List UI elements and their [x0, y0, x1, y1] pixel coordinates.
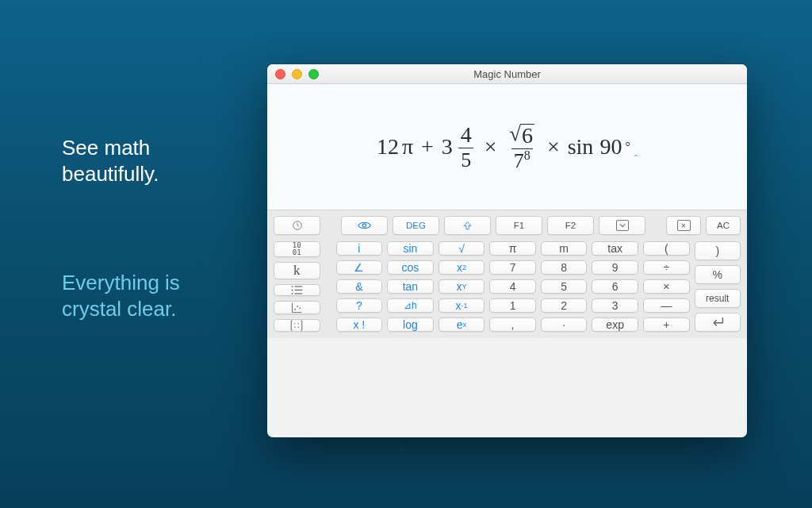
sin-button[interactable]: sin — [387, 241, 434, 256]
power-button[interactable]: xY — [439, 279, 485, 294]
f2-label: F2 — [565, 221, 576, 230]
help-button[interactable]: ? — [336, 298, 383, 313]
m-label: m — [559, 242, 569, 255]
multiply-button[interactable]: × — [643, 279, 690, 294]
app-background: See math beautifully. Everything is crys… — [0, 0, 812, 508]
graph-button[interactable] — [274, 301, 320, 314]
cos-button[interactable]: cos — [387, 260, 434, 275]
svg-point-2 — [291, 286, 293, 287]
tagline-2: Everything is crystal clear. — [62, 270, 180, 321]
decimal-button[interactable]: · — [541, 318, 588, 332]
tagline-1-line-2: beautifully. — [62, 162, 159, 186]
expr-pi: π — [402, 134, 413, 160]
digit-5-button[interactable]: 5 — [541, 279, 588, 294]
digit-2-button[interactable]: 2 — [541, 298, 588, 313]
digit-3-button[interactable]: 3 — [592, 298, 638, 313]
digit-1-button[interactable]: 1 — [489, 298, 536, 313]
expr-times-1: × — [485, 134, 497, 160]
ac-label: AC — [717, 221, 730, 230]
imaginary-button[interactable]: i — [336, 241, 383, 256]
binary-icon: 10 01 — [293, 242, 301, 256]
digit-8-button[interactable]: 8 — [541, 260, 588, 275]
dropdown-button[interactable] — [599, 216, 645, 235]
amp-label: & — [355, 280, 362, 293]
list-button[interactable] — [274, 284, 320, 296]
expr-plus: + — [421, 134, 434, 160]
pi-label: π — [509, 242, 517, 255]
all-clear-button[interactable]: AC — [706, 216, 741, 235]
cursor-caret-icon: ˆ — [634, 152, 638, 165]
expr-angle: 90 — [599, 134, 622, 160]
enter-button[interactable] — [695, 313, 741, 332]
f1-button[interactable]: F1 — [496, 216, 542, 235]
f2-button[interactable]: F2 — [547, 216, 594, 235]
result-button[interactable]: result — [695, 289, 741, 308]
shift-up-icon — [462, 221, 473, 231]
expr-frac-den: 78 — [511, 148, 533, 171]
exp-e-button[interactable]: ex — [439, 318, 485, 332]
q-label: ? — [356, 299, 362, 312]
digit-4-button[interactable]: 4 — [489, 279, 536, 294]
exp-button[interactable]: exp — [592, 318, 638, 332]
triangle-height-button[interactable]: ⊿h — [387, 298, 434, 313]
reciprocal-button[interactable]: x-1 — [439, 298, 485, 313]
sqrt-icon: √ 6 — [510, 124, 534, 147]
pi-button[interactable]: π — [489, 241, 536, 256]
matrix-button[interactable] — [274, 319, 320, 332]
plus-button[interactable]: + — [643, 318, 690, 332]
svg-rect-5 — [294, 290, 302, 291]
sqrt-label: √ — [458, 242, 465, 255]
factorial-button[interactable]: x ! — [336, 318, 383, 332]
list-icon — [291, 285, 303, 295]
window-titlebar[interactable]: Magic Number — [267, 64, 747, 84]
shift-button[interactable] — [444, 216, 491, 235]
svg-point-12 — [298, 323, 300, 325]
expr-frac-num: √ 6 — [508, 122, 537, 148]
square-button[interactable]: x2 — [439, 260, 485, 275]
expression-display[interactable]: 12 π + 3 4 5 × √ 6 78 — [267, 84, 747, 210]
sin-label: sin — [403, 242, 417, 255]
tagline-1: See math beautifully. — [62, 135, 159, 187]
left-paren-button[interactable]: ( — [643, 241, 690, 256]
tagline-2-line-2: crystal clear. — [62, 297, 177, 321]
expr-sqrt-arg: 6 — [520, 124, 534, 147]
digit-9-button[interactable]: 9 — [592, 260, 638, 275]
history-button[interactable] — [274, 216, 320, 235]
right-paren-button[interactable]: ) — [695, 241, 741, 260]
divide-button[interactable]: ÷ — [643, 260, 690, 275]
delete-button[interactable]: × — [666, 216, 701, 235]
expr-den-exp: 8 — [524, 148, 530, 162]
expr-mixed-num: 4 — [458, 124, 474, 148]
minus-button[interactable]: — — [643, 298, 690, 313]
tagline-2-line-1: Everything is — [62, 271, 180, 294]
svg-point-13 — [294, 327, 296, 329]
konstant-button[interactable]: k — [274, 262, 320, 279]
log-button[interactable]: log — [387, 318, 434, 332]
expr-times-2: × — [547, 134, 560, 160]
expr-coef: 12 — [377, 134, 399, 160]
tax-button[interactable]: tax — [592, 241, 638, 256]
clock-icon — [292, 220, 303, 231]
sqrt-button[interactable]: √ — [439, 241, 485, 256]
svg-point-4 — [291, 290, 293, 291]
keypad-top-row: DEG F1 F2 × AC — [274, 216, 741, 237]
tan-button[interactable]: tan — [387, 279, 434, 294]
result-label: result — [706, 293, 729, 304]
view-button[interactable] — [341, 216, 388, 235]
svg-point-9 — [297, 306, 298, 307]
binary-mode-button[interactable]: 10 01 — [274, 241, 320, 257]
svg-point-10 — [299, 307, 301, 309]
calculator-window: Magic Number 12 π + 3 4 5 × √ 6 — [267, 64, 747, 437]
log-label: log — [403, 318, 418, 331]
comma-button[interactable]: , — [489, 318, 536, 332]
digit-6-button[interactable]: 6 — [592, 279, 638, 294]
svg-point-6 — [291, 293, 293, 294]
ampersand-button[interactable]: & — [336, 279, 383, 294]
tagline-1-line-1: See math — [62, 136, 150, 160]
digit-7-button[interactable]: 7 — [489, 260, 536, 275]
matrix-icon — [289, 320, 304, 331]
memory-button[interactable]: m — [541, 241, 588, 256]
angle-mode-button[interactable]: DEG — [393, 216, 439, 235]
percent-button[interactable]: % — [695, 265, 741, 284]
angle-button[interactable]: ∠ — [336, 260, 383, 275]
